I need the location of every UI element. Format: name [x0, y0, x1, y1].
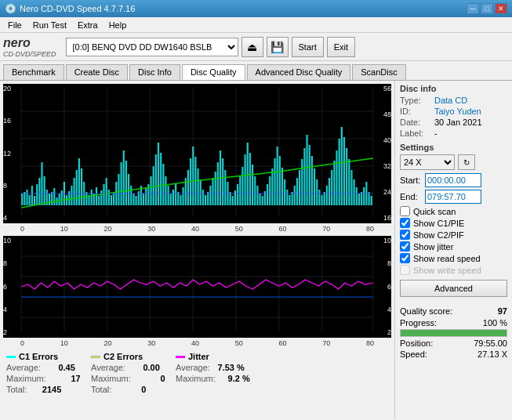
- svg-rect-52: [118, 174, 119, 205]
- exit-button[interactable]: Exit: [327, 37, 355, 57]
- show-write-speed-label: Show write speed: [413, 266, 481, 275]
- svg-rect-107: [254, 176, 256, 205]
- svg-rect-39: [85, 192, 87, 205]
- svg-rect-124: [296, 178, 298, 205]
- svg-rect-103: [245, 154, 246, 205]
- svg-rect-145: [348, 159, 350, 205]
- chart-area: 20 16 12 8 4 56 48 40 32 24 16: [0, 81, 394, 419]
- jitter-average-row: Average: 7.53 %: [176, 363, 254, 372]
- tab-advanced-disc-quality[interactable]: Advanced Disc Quality: [247, 64, 351, 80]
- advanced-button[interactable]: Advanced: [400, 280, 507, 297]
- svg-rect-20: [38, 178, 40, 205]
- show-read-speed-row: Show read speed: [400, 253, 507, 263]
- date-label: Date:: [400, 118, 431, 127]
- id-label: ID:: [400, 107, 431, 116]
- svg-rect-26: [53, 188, 55, 205]
- show-jitter-label: Show jitter: [413, 242, 453, 252]
- tab-disc-quality[interactable]: Disc Quality: [182, 64, 245, 80]
- svg-rect-67: [155, 154, 157, 205]
- title-bar-text: Nero CD-DVD Speed 4.7.7.16: [20, 4, 135, 13]
- jitter-label: Jitter: [188, 352, 209, 361]
- close-button[interactable]: ✕: [495, 3, 507, 14]
- menu-file[interactable]: File: [3, 19, 27, 31]
- svg-rect-76: [177, 192, 179, 205]
- svg-rect-140: [336, 150, 337, 205]
- svg-rect-34: [74, 178, 75, 205]
- svg-rect-105: [249, 153, 251, 205]
- menu-run-test[interactable]: Run Test: [28, 19, 71, 31]
- svg-rect-150: [361, 192, 362, 205]
- show-c1-row: Show C1/PIE: [400, 218, 507, 228]
- c1-total-row: Total: 2145: [6, 385, 85, 394]
- svg-rect-13: [21, 194, 23, 205]
- settings-title: Settings: [400, 143, 507, 152]
- svg-rect-102: [241, 167, 243, 205]
- show-jitter-checkbox[interactable]: [400, 241, 410, 252]
- svg-rect-144: [346, 148, 347, 205]
- svg-rect-63: [145, 188, 147, 205]
- show-read-speed-checkbox[interactable]: [400, 253, 410, 263]
- speed-label: Speed:: [400, 349, 427, 359]
- svg-rect-110: [262, 196, 263, 205]
- eject-button[interactable]: ⏏: [241, 37, 263, 57]
- refresh-button[interactable]: ↻: [458, 154, 475, 170]
- c1-average-row: Average: 0.45: [6, 363, 85, 372]
- svg-rect-100: [237, 184, 238, 205]
- end-input[interactable]: [425, 190, 481, 204]
- tab-disc-info[interactable]: Disc Info: [129, 64, 180, 80]
- c2-average-row: Average: 0.00: [91, 363, 169, 372]
- disc-info-title: Disc info: [400, 84, 507, 93]
- svg-rect-119: [284, 179, 285, 205]
- quality-score-row: Quality score: 97: [400, 306, 507, 316]
- svg-rect-127: [303, 148, 305, 205]
- svg-rect-31: [66, 195, 67, 205]
- start-button[interactable]: Start: [292, 37, 324, 57]
- svg-rect-143: [343, 137, 345, 205]
- minimize-button[interactable]: ─: [467, 3, 479, 14]
- svg-rect-70: [162, 164, 164, 205]
- start-label: Start:: [400, 176, 422, 185]
- show-c2-checkbox[interactable]: [400, 230, 410, 240]
- svg-rect-75: [175, 184, 176, 205]
- menu-help[interactable]: Help: [104, 19, 132, 31]
- speed-value: 27.13 X: [478, 349, 507, 359]
- speed-select[interactable]: 24 X 8 X 16 X 32 X 48 X Max: [400, 154, 455, 170]
- svg-rect-66: [153, 166, 154, 205]
- top-chart: 20 16 12 8 4 56 48 40 32 24 16: [3, 84, 391, 223]
- logo-area: nero CD·DVD/SPEED: [3, 36, 56, 58]
- show-write-speed-checkbox[interactable]: [400, 265, 410, 275]
- svg-rect-71: [165, 176, 166, 205]
- show-c1-checkbox[interactable]: [400, 218, 410, 228]
- progress-row: Progress: 100 %: [400, 318, 507, 328]
- device-select[interactable]: [0:0] BENQ DVD DD DW1640 BSLB: [66, 38, 238, 56]
- quick-scan-checkbox[interactable]: [400, 206, 410, 216]
- svg-rect-84: [198, 168, 199, 205]
- svg-rect-121: [289, 195, 290, 205]
- show-c2-row: Show C2/PIF: [400, 230, 507, 240]
- nero-logo: nero: [3, 36, 31, 50]
- main-content: 20 16 12 8 4 56 48 40 32 24 16: [0, 81, 512, 419]
- svg-rect-25: [51, 192, 53, 205]
- svg-rect-44: [98, 196, 100, 205]
- svg-rect-139: [333, 161, 335, 205]
- c2-legend: C2 Errors: [91, 352, 169, 361]
- svg-rect-112: [267, 184, 268, 205]
- progress-bar: [400, 329, 507, 337]
- show-read-speed-label: Show read speed: [413, 254, 481, 263]
- stats-area: C1 Errors Average: 0.45 Maximum: 17 Tota…: [3, 349, 391, 394]
- tab-benchmark[interactable]: Benchmark: [3, 64, 64, 80]
- tab-create-disc[interactable]: Create Disc: [66, 64, 128, 80]
- save-button[interactable]: 💾: [267, 37, 289, 57]
- tab-scan-disc[interactable]: ScanDisc: [352, 64, 405, 80]
- svg-rect-59: [136, 196, 137, 205]
- menu-extra[interactable]: Extra: [73, 19, 103, 31]
- progress-label: Progress:: [400, 318, 437, 328]
- right-panel: Disc info Type: Data CD ID: Taiyo Yuden …: [394, 81, 512, 419]
- svg-rect-149: [358, 194, 360, 205]
- maximize-button[interactable]: □: [481, 3, 493, 14]
- show-write-speed-row: Show write speed: [400, 265, 507, 275]
- svg-rect-56: [128, 174, 129, 205]
- c1-label: C1 Errors: [19, 352, 58, 361]
- svg-rect-154: [371, 196, 372, 205]
- start-input[interactable]: [425, 173, 481, 187]
